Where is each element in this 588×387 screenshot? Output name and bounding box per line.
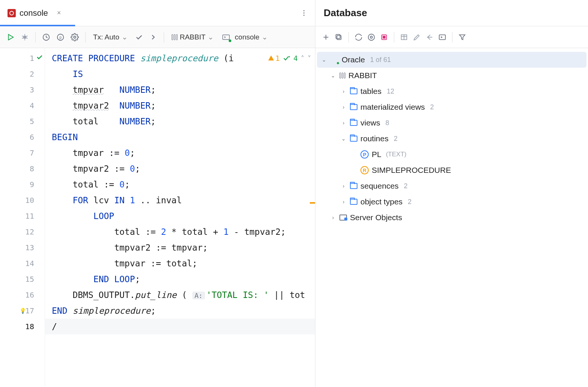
- code-line[interactable]: tmpvar := total;: [45, 255, 315, 271]
- code-line[interactable]: total := 2 * total + 1 - tmpvar2;: [45, 224, 315, 240]
- tab-bar: console ×: [0, 0, 315, 26]
- code-line[interactable]: tmpvar2 := tmpvar;: [45, 240, 315, 255]
- code-line[interactable]: tmpvar NUMBER;: [45, 82, 315, 98]
- gutter-line[interactable]: 1: [0, 50, 45, 66]
- routine-icon: R: [360, 166, 369, 174]
- close-icon[interactable]: ×: [57, 9, 61, 17]
- chevron-down-icon[interactable]: ⌄: [321, 57, 327, 63]
- tx-mode-dropdown[interactable]: Tx: Auto ⌄: [91, 33, 130, 41]
- playground-button[interactable]: p: [55, 32, 66, 42]
- run-button[interactable]: [5, 32, 16, 42]
- server-objects-node[interactable]: › Server Objects: [317, 210, 586, 225]
- gutter-line[interactable]: 8: [0, 161, 45, 177]
- folder-materialized-views[interactable]: › materialized views 2: [317, 99, 586, 115]
- chevron-right-icon[interactable]: ›: [340, 183, 347, 189]
- gutter-line[interactable]: 10: [0, 192, 45, 208]
- gutter-line[interactable]: 4: [0, 98, 45, 113]
- code-line[interactable]: DBMS_OUTPUT.put_line ( A:'TOTAL IS: ' ||…: [45, 287, 315, 303]
- code-editor[interactable]: 1234567891011121314151617💡18 1 ✦ 4 ˄ ˅ C…: [0, 48, 315, 387]
- oracle-icon: [8, 9, 16, 17]
- datasource-node-oracle[interactable]: ⌄ Oracle 1 of 61: [317, 52, 586, 68]
- folder-sequences[interactable]: › sequences 2: [317, 178, 586, 194]
- chevron-right-icon[interactable]: ›: [330, 215, 336, 221]
- code-area[interactable]: 1 ✦ 4 ˄ ˅ CREATE PROCEDURE simpleprocedu…: [45, 48, 315, 387]
- folder-routines[interactable]: ⌄ routines 2: [317, 131, 586, 147]
- commit-button[interactable]: [134, 32, 144, 42]
- routine-label: PL: [372, 150, 381, 159]
- folder-label: object types: [360, 197, 403, 206]
- query-console-button[interactable]: [437, 32, 448, 42]
- chevron-right-icon[interactable]: ›: [340, 104, 347, 110]
- intention-bulb-icon[interactable]: 💡: [20, 303, 26, 319]
- gutter-line[interactable]: 14: [0, 255, 45, 271]
- session-dropdown[interactable]: console ⌄: [220, 33, 270, 41]
- gutter-line[interactable]: 13: [0, 240, 45, 255]
- gutter-line[interactable]: 3: [0, 82, 45, 98]
- stop-button[interactable]: [379, 32, 389, 42]
- edit-button[interactable]: [412, 32, 422, 42]
- code-line[interactable]: FOR lcv IN 1 .. inval: [45, 192, 315, 208]
- chevron-right-icon[interactable]: ›: [340, 199, 347, 205]
- debug-button[interactable]: [20, 32, 30, 42]
- gutter-line[interactable]: 12: [0, 224, 45, 240]
- filter-button[interactable]: [457, 32, 467, 42]
- server-icon: [339, 215, 347, 221]
- chevron-down-icon[interactable]: ⌄: [330, 73, 336, 79]
- folder-views[interactable]: › views 8: [317, 115, 586, 131]
- code-line[interactable]: END LOOP;: [45, 271, 315, 287]
- chevron-right-icon[interactable]: ›: [340, 120, 347, 126]
- refresh-button[interactable]: [353, 32, 364, 42]
- gutter-line[interactable]: 16: [0, 287, 45, 303]
- tx-mode-label: Tx: Auto: [93, 33, 119, 41]
- svg-point-1: [23, 35, 26, 39]
- code-line[interactable]: tmpvar := 0;: [45, 145, 315, 161]
- code-line[interactable]: CREATE PROCEDURE simpleprocedure (i: [45, 50, 315, 66]
- code-line[interactable]: total := 0;: [45, 177, 315, 192]
- code-line[interactable]: END simpleprocedure;: [45, 303, 315, 319]
- chevron-down-icon[interactable]: ⌄: [340, 136, 347, 142]
- code-line[interactable]: tmpvar2 NUMBER;: [45, 98, 315, 113]
- gutter-line[interactable]: 15: [0, 271, 45, 287]
- schema-label: RABBIT: [348, 71, 377, 80]
- code-line[interactable]: /: [45, 319, 315, 334]
- svg-marker-0: [9, 34, 14, 40]
- svg-marker-26: [460, 35, 465, 39]
- gutter-line[interactable]: 9: [0, 177, 45, 192]
- code-line[interactable]: total NUMBER;: [45, 113, 315, 129]
- gutter-line[interactable]: 17💡: [0, 303, 45, 319]
- folder-object-types[interactable]: › object types 2: [317, 194, 586, 210]
- routine-pl[interactable]: P PL (TEXT): [317, 147, 586, 162]
- settings-button[interactable]: [69, 32, 80, 42]
- tab-overflow-menu[interactable]: [299, 10, 308, 16]
- folder-tables[interactable]: › tables 12: [317, 83, 586, 99]
- history-button[interactable]: [41, 32, 51, 42]
- jump-to-source-button[interactable]: [424, 32, 435, 42]
- gutter-line[interactable]: 11: [0, 208, 45, 224]
- chevron-down-icon: ⌄: [262, 33, 268, 41]
- svg-line-5: [27, 36, 28, 36]
- code-line[interactable]: tmpvar2 := 0;: [45, 161, 315, 177]
- schema-dropdown[interactable]: RABBIT ⌄: [169, 33, 216, 41]
- gutter-line[interactable]: 2: [0, 66, 45, 82]
- procedure-icon: P: [360, 150, 369, 159]
- gutter-line[interactable]: 5: [0, 113, 45, 129]
- duplicate-button[interactable]: [333, 32, 344, 42]
- code-line[interactable]: IS: [45, 66, 315, 82]
- svg-rect-20: [383, 36, 385, 38]
- folder-label: materialized views: [360, 103, 425, 112]
- folder-icon: [350, 104, 357, 110]
- datasource-properties-button[interactable]: [366, 32, 377, 42]
- routine-simpleprocedure[interactable]: R SIMPLEPROCEDURE: [317, 162, 586, 178]
- schema-node-rabbit[interactable]: ⌄ RABBIT: [317, 68, 586, 83]
- table-view-button[interactable]: [399, 32, 409, 42]
- gutter-line[interactable]: 7: [0, 145, 45, 161]
- code-line[interactable]: BEGIN: [45, 129, 315, 145]
- tab-console[interactable]: console ×: [0, 0, 68, 26]
- code-line[interactable]: LOOP: [45, 208, 315, 224]
- gutter-line[interactable]: 6: [0, 129, 45, 145]
- chevron-right-icon[interactable]: ›: [340, 88, 347, 94]
- database-tree[interactable]: ⌄ Oracle 1 of 61 ⌄ RABBIT › tables 12 › …: [315, 48, 588, 229]
- rollback-button[interactable]: [148, 32, 158, 42]
- gutter-line[interactable]: 18: [0, 319, 45, 334]
- new-button[interactable]: [321, 32, 331, 42]
